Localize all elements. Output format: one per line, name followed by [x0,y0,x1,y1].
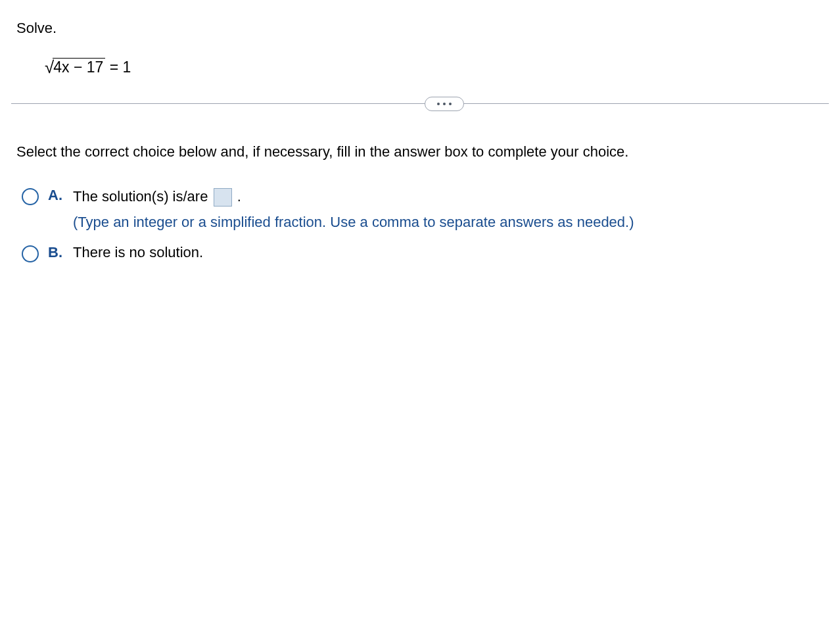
radio-a[interactable] [22,188,39,205]
equation-rhs: = 1 [105,59,131,76]
answer-input-a[interactable] [214,188,232,207]
equation: 4x − 17 = 1 [43,57,824,77]
choice-a-hint: (Type an integer or a simplified fractio… [73,214,824,231]
choice-a-text-before: The solution(s) is/are [73,188,212,205]
choice-b: B. There is no solution. [22,244,824,262]
choice-b-text: There is no solution. [73,244,203,260]
section-divider [11,103,829,104]
choice-a-letter: A. [48,187,64,204]
selection-instruction: Select the correct choice below and, if … [16,143,824,160]
radicand: 4x − 17 [53,58,105,76]
choice-a: A. The solution(s) is/are . (Type an int… [22,187,824,231]
divider-line [11,103,829,104]
choice-b-letter: B. [48,244,64,261]
choice-list: A. The solution(s) is/are . (Type an int… [16,187,824,262]
choice-a-text-after: . [233,188,241,205]
ellipsis-icon[interactable] [425,97,464,111]
sqrt-symbol: 4x − 17 [43,57,105,77]
problem-title: Solve. [16,20,824,37]
radio-b[interactable] [22,245,39,262]
